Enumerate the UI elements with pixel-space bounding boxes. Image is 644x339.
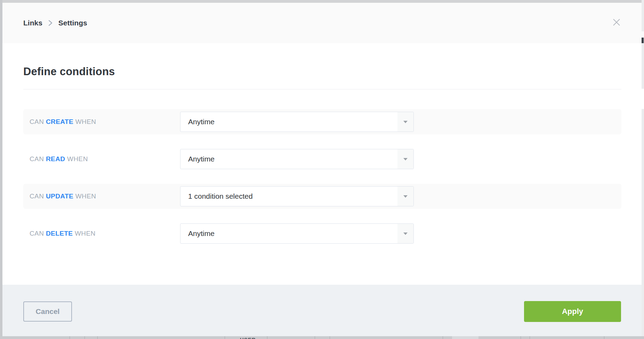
divider — [23, 89, 621, 89]
background-page-left-edge — [0, 0, 2, 339]
background-fragment — [642, 89, 644, 109]
apply-button[interactable]: Apply — [524, 301, 621, 322]
condition-label-create: CAN CREATE WHEN — [30, 109, 96, 134]
label-prefix: CAN — [30, 118, 46, 125]
background-table-header-user: USER — [240, 337, 256, 339]
triangle-down-icon — [403, 158, 408, 160]
dropdown-selected-value: 1 condition selected — [188, 187, 253, 206]
label-suffix: WHEN — [73, 230, 95, 237]
dropdown-selected-value: Anytime — [188, 112, 215, 132]
modal-header: Links Settings — [2, 3, 642, 43]
condition-row-update: CAN UPDATE WHEN 1 condition selected — [23, 184, 621, 209]
table-column-line — [97, 336, 98, 339]
label-action: READ — [46, 155, 65, 163]
condition-row-delete: CAN DELETE WHEN Anytime — [23, 221, 621, 246]
table-column-line — [443, 336, 443, 339]
condition-rows: CAN CREATE WHEN Anytime CAN READ WHEN An… — [23, 109, 621, 258]
dropdown-selected-value: Anytime — [188, 224, 215, 243]
table-column-line — [521, 336, 521, 339]
chevron-right-icon — [48, 19, 53, 27]
cancel-button[interactable]: Cancel — [23, 301, 72, 322]
label-action: UPDATE — [46, 192, 73, 200]
update-condition-dropdown[interactable]: 1 condition selected — [180, 186, 414, 206]
label-prefix: CAN — [30, 155, 46, 163]
breadcrumb-item-links[interactable]: Links — [23, 19, 42, 27]
page-title: Define conditions — [23, 65, 115, 78]
label-action: DELETE — [46, 230, 73, 237]
background-partial-title: Webhooks — [74, 0, 124, 2]
condition-row-read: CAN READ WHEN Anytime — [23, 147, 621, 172]
condition-label-read: CAN READ WHEN — [30, 147, 88, 172]
close-icon — [613, 18, 620, 27]
table-column-line — [267, 336, 267, 339]
label-prefix: CAN — [30, 230, 46, 237]
label-action: CREATE — [46, 118, 73, 125]
background-fragment — [642, 31, 644, 38]
table-column-line — [530, 336, 530, 339]
background-fragment — [642, 38, 644, 43]
table-column-line — [225, 336, 225, 339]
settings-modal: Links Settings Define conditions CAN CRE… — [2, 3, 642, 336]
read-condition-dropdown[interactable]: Anytime — [180, 149, 414, 169]
triangle-down-icon — [403, 195, 408, 198]
table-column-line — [315, 336, 315, 339]
condition-row-create: CAN CREATE WHEN Anytime — [23, 109, 621, 134]
triangle-down-icon — [403, 232, 408, 235]
label-suffix: WHEN — [73, 118, 96, 125]
table-column-line — [604, 336, 604, 339]
condition-label-delete: CAN DELETE WHEN — [30, 221, 96, 246]
create-condition-dropdown[interactable]: Anytime — [180, 112, 414, 132]
table-column-line — [330, 336, 330, 339]
condition-label-update: CAN UPDATE WHEN — [30, 184, 96, 209]
table-column-line — [70, 336, 70, 339]
label-suffix: WHEN — [73, 192, 96, 200]
label-suffix: WHEN — [65, 155, 88, 163]
triangle-down-icon — [403, 121, 408, 123]
label-prefix: CAN — [30, 192, 46, 200]
dropdown-button[interactable] — [397, 187, 413, 206]
dropdown-button[interactable] — [397, 224, 413, 243]
table-column-line — [84, 336, 85, 339]
delete-condition-dropdown[interactable]: Anytime — [180, 223, 414, 244]
breadcrumb-item-settings: Settings — [58, 19, 87, 27]
dropdown-button[interactable] — [397, 112, 413, 132]
modal-footer: Cancel Apply — [2, 285, 642, 336]
dropdown-button[interactable] — [397, 149, 413, 169]
close-button[interactable] — [611, 17, 622, 29]
breadcrumb: Links Settings — [23, 3, 87, 43]
dropdown-selected-value: Anytime — [188, 149, 215, 169]
background-fragment — [452, 336, 478, 339]
background-table-edge: USER — [0, 336, 644, 339]
background-page-right-edge — [642, 0, 644, 339]
background-page-top-edge: Webhooks — [0, 0, 644, 3]
